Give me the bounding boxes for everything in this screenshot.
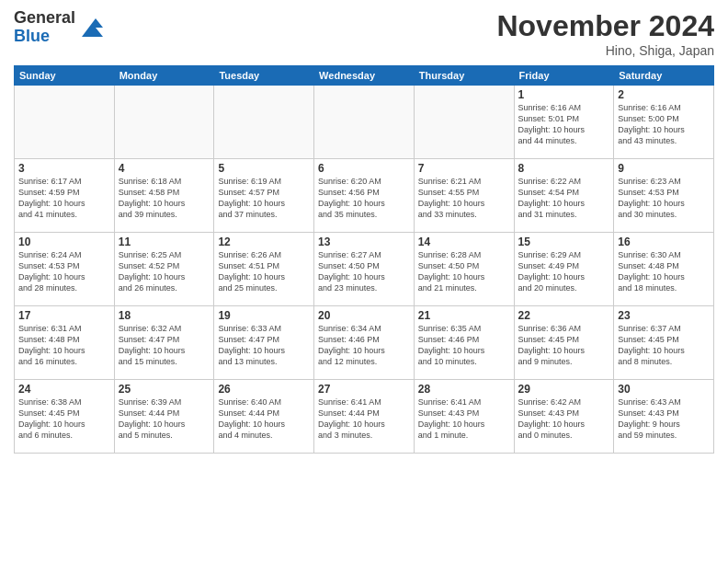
- day-info: Sunrise: 6:39 AM Sunset: 4:44 PM Dayligh…: [119, 396, 210, 442]
- day-number: 25: [119, 383, 210, 396]
- weekday-header: Wednesday: [314, 66, 415, 86]
- calendar-cell: 28Sunrise: 6:41 AM Sunset: 4:43 PM Dayli…: [414, 380, 514, 454]
- day-number: 18: [119, 309, 210, 322]
- calendar-cell: 1Sunrise: 6:16 AM Sunset: 5:01 PM Daylig…: [514, 86, 614, 159]
- day-number: 16: [618, 236, 710, 248]
- day-number: 6: [318, 162, 410, 175]
- day-info: Sunrise: 6:35 AM Sunset: 4:46 PM Dayligh…: [418, 323, 510, 368]
- weekday-header: Friday: [514, 66, 614, 86]
- calendar-cell: 5Sunrise: 6:19 AM Sunset: 4:57 PM Daylig…: [214, 159, 314, 233]
- weekday-header: Monday: [114, 66, 214, 86]
- day-info: Sunrise: 6:24 AM Sunset: 4:53 PM Dayligh…: [18, 249, 110, 294]
- weekday-header: Sunday: [15, 66, 115, 86]
- calendar-table: SundayMondayTuesdayWednesdayThursdayFrid…: [14, 65, 714, 454]
- logo: General Blue: [14, 9, 105, 46]
- day-info: Sunrise: 6:16 AM Sunset: 5:00 PM Dayligh…: [618, 102, 710, 147]
- title-block: November 2024 Hino, Shiga, Japan: [496, 9, 714, 58]
- calendar-cell: 7Sunrise: 6:21 AM Sunset: 4:55 PM Daylig…: [414, 159, 514, 233]
- calendar-week: 1Sunrise: 6:16 AM Sunset: 5:01 PM Daylig…: [15, 86, 714, 159]
- day-info: Sunrise: 6:31 AM Sunset: 4:48 PM Dayligh…: [18, 323, 110, 368]
- calendar-week: 10Sunrise: 6:24 AM Sunset: 4:53 PM Dayli…: [15, 233, 714, 306]
- day-number: 22: [518, 309, 610, 322]
- day-info: Sunrise: 6:18 AM Sunset: 4:58 PM Dayligh…: [119, 176, 210, 221]
- day-info: Sunrise: 6:43 AM Sunset: 4:43 PM Dayligh…: [618, 396, 710, 442]
- day-number: 19: [218, 309, 310, 322]
- day-info: Sunrise: 6:19 AM Sunset: 4:57 PM Dayligh…: [218, 176, 310, 221]
- calendar-cell: [414, 86, 514, 159]
- day-info: Sunrise: 6:30 AM Sunset: 4:48 PM Dayligh…: [618, 249, 710, 294]
- day-number: 17: [18, 309, 110, 322]
- day-number: 11: [119, 236, 210, 248]
- day-number: 27: [318, 383, 410, 396]
- day-number: 10: [18, 236, 110, 248]
- page-container: General Blue November 2024 Hino, Shiga, …: [0, 0, 728, 563]
- calendar-cell: 8Sunrise: 6:22 AM Sunset: 4:54 PM Daylig…: [514, 159, 614, 233]
- day-number: 3: [18, 162, 110, 175]
- day-number: 14: [418, 236, 510, 248]
- day-number: 1: [518, 88, 610, 101]
- calendar-cell: [15, 86, 115, 159]
- calendar-cell: [214, 86, 314, 159]
- calendar-cell: 6Sunrise: 6:20 AM Sunset: 4:56 PM Daylig…: [314, 159, 415, 233]
- logo-text: General Blue: [14, 9, 75, 46]
- day-info: Sunrise: 6:37 AM Sunset: 4:45 PM Dayligh…: [618, 323, 710, 368]
- day-info: Sunrise: 6:21 AM Sunset: 4:55 PM Dayligh…: [418, 176, 510, 221]
- location: Hino, Shiga, Japan: [496, 43, 714, 58]
- calendar-cell: 23Sunrise: 6:37 AM Sunset: 4:45 PM Dayli…: [614, 306, 714, 380]
- logo-blue: Blue: [14, 27, 50, 45]
- calendar-cell: [314, 86, 415, 159]
- calendar-cell: 18Sunrise: 6:32 AM Sunset: 4:47 PM Dayli…: [114, 306, 214, 380]
- day-info: Sunrise: 6:22 AM Sunset: 4:54 PM Dayligh…: [518, 176, 610, 221]
- day-info: Sunrise: 6:28 AM Sunset: 4:50 PM Dayligh…: [418, 249, 510, 294]
- day-info: Sunrise: 6:40 AM Sunset: 4:44 PM Dayligh…: [218, 396, 310, 442]
- day-number: 4: [119, 162, 210, 175]
- day-info: Sunrise: 6:34 AM Sunset: 4:46 PM Dayligh…: [318, 323, 410, 368]
- calendar-cell: 16Sunrise: 6:30 AM Sunset: 4:48 PM Dayli…: [614, 233, 714, 306]
- day-number: 7: [418, 162, 510, 175]
- day-info: Sunrise: 6:41 AM Sunset: 4:44 PM Dayligh…: [318, 396, 410, 442]
- calendar-cell: 22Sunrise: 6:36 AM Sunset: 4:45 PM Dayli…: [514, 306, 614, 380]
- day-info: Sunrise: 6:38 AM Sunset: 4:45 PM Dayligh…: [18, 396, 110, 442]
- day-info: Sunrise: 6:33 AM Sunset: 4:47 PM Dayligh…: [218, 323, 310, 368]
- calendar-cell: 29Sunrise: 6:42 AM Sunset: 4:43 PM Dayli…: [514, 380, 614, 454]
- day-number: 2: [618, 88, 710, 101]
- logo-general: General: [14, 8, 75, 27]
- day-number: 15: [518, 236, 610, 248]
- day-info: Sunrise: 6:41 AM Sunset: 4:43 PM Dayligh…: [418, 396, 510, 442]
- calendar-week: 24Sunrise: 6:38 AM Sunset: 4:45 PM Dayli…: [15, 380, 714, 454]
- calendar-cell: 24Sunrise: 6:38 AM Sunset: 4:45 PM Dayli…: [15, 380, 115, 454]
- calendar-cell: 25Sunrise: 6:39 AM Sunset: 4:44 PM Dayli…: [114, 380, 214, 454]
- day-info: Sunrise: 6:17 AM Sunset: 4:59 PM Dayligh…: [18, 176, 110, 221]
- day-info: Sunrise: 6:23 AM Sunset: 4:53 PM Dayligh…: [618, 176, 710, 221]
- calendar-cell: 26Sunrise: 6:40 AM Sunset: 4:44 PM Dayli…: [214, 380, 314, 454]
- calendar-cell: 20Sunrise: 6:34 AM Sunset: 4:46 PM Dayli…: [314, 306, 415, 380]
- day-number: 5: [218, 162, 310, 175]
- day-info: Sunrise: 6:42 AM Sunset: 4:43 PM Dayligh…: [518, 396, 610, 442]
- calendar-cell: 11Sunrise: 6:25 AM Sunset: 4:52 PM Dayli…: [114, 233, 214, 306]
- day-number: 23: [618, 309, 710, 322]
- day-info: Sunrise: 6:36 AM Sunset: 4:45 PM Dayligh…: [518, 323, 610, 368]
- calendar-cell: 9Sunrise: 6:23 AM Sunset: 4:53 PM Daylig…: [614, 159, 714, 233]
- day-info: Sunrise: 6:32 AM Sunset: 4:47 PM Dayligh…: [119, 323, 210, 368]
- day-number: 30: [618, 383, 710, 396]
- month-title: November 2024: [496, 9, 714, 43]
- calendar-cell: 4Sunrise: 6:18 AM Sunset: 4:58 PM Daylig…: [114, 159, 214, 233]
- day-info: Sunrise: 6:16 AM Sunset: 5:01 PM Dayligh…: [518, 102, 610, 147]
- calendar-cell: 17Sunrise: 6:31 AM Sunset: 4:48 PM Dayli…: [15, 306, 115, 380]
- calendar-cell: 30Sunrise: 6:43 AM Sunset: 4:43 PM Dayli…: [614, 380, 714, 454]
- day-number: 29: [518, 383, 610, 396]
- calendar-cell: 12Sunrise: 6:26 AM Sunset: 4:51 PM Dayli…: [214, 233, 314, 306]
- calendar-header: SundayMondayTuesdayWednesdayThursdayFrid…: [15, 66, 714, 86]
- day-info: Sunrise: 6:25 AM Sunset: 4:52 PM Dayligh…: [119, 249, 210, 294]
- day-number: 21: [418, 309, 510, 322]
- calendar-cell: 3Sunrise: 6:17 AM Sunset: 4:59 PM Daylig…: [15, 159, 115, 233]
- calendar-cell: 19Sunrise: 6:33 AM Sunset: 4:47 PM Dayli…: [214, 306, 314, 380]
- day-number: 24: [18, 383, 110, 396]
- day-info: Sunrise: 6:20 AM Sunset: 4:56 PM Dayligh…: [318, 176, 410, 221]
- day-number: 28: [418, 383, 510, 396]
- weekday-header: Tuesday: [214, 66, 314, 86]
- day-number: 20: [318, 309, 410, 322]
- calendar-cell: [114, 86, 214, 159]
- calendar-week: 3Sunrise: 6:17 AM Sunset: 4:59 PM Daylig…: [15, 159, 714, 233]
- calendar-cell: 10Sunrise: 6:24 AM Sunset: 4:53 PM Dayli…: [15, 233, 115, 306]
